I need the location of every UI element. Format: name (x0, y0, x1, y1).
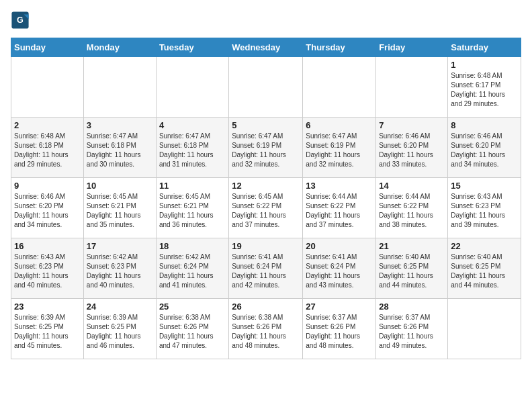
calendar-cell (229, 57, 303, 118)
day-number: 15 (451, 181, 518, 191)
day-info: Sunrise: 6:37 AM Sunset: 6:26 PM Dayligh… (379, 313, 445, 351)
calendar-cell: 13Sunrise: 6:44 AM Sunset: 6:22 PM Dayli… (303, 178, 376, 238)
calendar-cell: 10Sunrise: 6:45 AM Sunset: 6:21 PM Dayli… (83, 178, 156, 238)
day-number: 23 (14, 302, 81, 312)
calendar-week-0: 1Sunrise: 6:48 AM Sunset: 6:17 PM Daylig… (11, 57, 521, 118)
calendar-cell: 22Sunrise: 6:40 AM Sunset: 6:25 PM Dayli… (448, 238, 521, 299)
day-number: 18 (159, 241, 226, 251)
day-number: 26 (232, 302, 300, 312)
logo-icon: G (11, 11, 30, 30)
day-info: Sunrise: 6:38 AM Sunset: 6:26 PM Dayligh… (232, 313, 300, 351)
day-number: 8 (451, 120, 518, 130)
header-thursday: Thursday (303, 38, 376, 57)
day-number: 14 (379, 181, 445, 191)
calendar-cell: 5Sunrise: 6:47 AM Sunset: 6:19 PM Daylig… (229, 118, 303, 178)
day-number: 5 (232, 120, 300, 130)
day-number: 25 (159, 302, 226, 312)
day-info: Sunrise: 6:45 AM Sunset: 6:22 PM Dayligh… (232, 192, 300, 230)
calendar-cell: 21Sunrise: 6:40 AM Sunset: 6:25 PM Dayli… (376, 238, 448, 299)
header-wednesday: Wednesday (229, 38, 303, 57)
header-sunday: Sunday (11, 38, 84, 57)
day-number: 3 (87, 120, 153, 130)
calendar-cell: 3Sunrise: 6:47 AM Sunset: 6:18 PM Daylig… (83, 118, 156, 178)
calendar-cell (11, 57, 84, 118)
calendar-week-3: 16Sunrise: 6:43 AM Sunset: 6:23 PM Dayli… (11, 238, 521, 299)
calendar-cell: 28Sunrise: 6:37 AM Sunset: 6:26 PM Dayli… (376, 299, 448, 359)
day-number: 28 (379, 302, 445, 312)
day-number: 2 (14, 120, 81, 130)
day-info: Sunrise: 6:44 AM Sunset: 6:22 PM Dayligh… (379, 192, 445, 230)
day-number: 10 (87, 181, 153, 191)
day-info: Sunrise: 6:44 AM Sunset: 6:22 PM Dayligh… (306, 192, 373, 230)
day-number: 21 (379, 241, 445, 251)
day-info: Sunrise: 6:48 AM Sunset: 6:17 PM Dayligh… (451, 71, 518, 109)
calendar-cell: 26Sunrise: 6:38 AM Sunset: 6:26 PM Dayli… (229, 299, 303, 359)
calendar-cell: 7Sunrise: 6:46 AM Sunset: 6:20 PM Daylig… (376, 118, 448, 178)
day-number: 7 (379, 120, 445, 130)
day-info: Sunrise: 6:43 AM Sunset: 6:23 PM Dayligh… (451, 192, 518, 230)
calendar-cell: 8Sunrise: 6:46 AM Sunset: 6:20 PM Daylig… (448, 118, 521, 178)
calendar-cell: 15Sunrise: 6:43 AM Sunset: 6:23 PM Dayli… (448, 178, 521, 238)
day-number: 12 (232, 181, 300, 191)
svg-text:G: G (17, 15, 24, 25)
day-info: Sunrise: 6:47 AM Sunset: 6:18 PM Dayligh… (87, 132, 153, 169)
calendar-cell: 12Sunrise: 6:45 AM Sunset: 6:22 PM Dayli… (229, 178, 303, 238)
day-number: 16 (14, 241, 81, 251)
calendar: SundayMondayTuesdayWednesdayThursdayFrid… (11, 38, 521, 359)
calendar-body: 1Sunrise: 6:48 AM Sunset: 6:17 PM Daylig… (11, 57, 521, 359)
calendar-cell: 9Sunrise: 6:46 AM Sunset: 6:20 PM Daylig… (11, 178, 84, 238)
calendar-cell: 17Sunrise: 6:42 AM Sunset: 6:23 PM Dayli… (83, 238, 156, 299)
calendar-cell: 2Sunrise: 6:48 AM Sunset: 6:18 PM Daylig… (11, 118, 84, 178)
header: G (11, 11, 521, 30)
day-info: Sunrise: 6:45 AM Sunset: 6:21 PM Dayligh… (159, 192, 226, 230)
calendar-cell: 24Sunrise: 6:39 AM Sunset: 6:25 PM Dayli… (83, 299, 156, 359)
day-info: Sunrise: 6:47 AM Sunset: 6:19 PM Dayligh… (232, 132, 300, 169)
day-info: Sunrise: 6:40 AM Sunset: 6:25 PM Dayligh… (451, 253, 518, 290)
day-info: Sunrise: 6:39 AM Sunset: 6:25 PM Dayligh… (14, 313, 81, 351)
day-number: 20 (306, 241, 373, 251)
header-monday: Monday (83, 38, 156, 57)
calendar-cell: 4Sunrise: 6:47 AM Sunset: 6:18 PM Daylig… (156, 118, 228, 178)
calendar-cell: 16Sunrise: 6:43 AM Sunset: 6:23 PM Dayli… (11, 238, 84, 299)
day-number: 17 (87, 241, 153, 251)
calendar-cell: 14Sunrise: 6:44 AM Sunset: 6:22 PM Dayli… (376, 178, 448, 238)
calendar-week-1: 2Sunrise: 6:48 AM Sunset: 6:18 PM Daylig… (11, 118, 521, 178)
day-info: Sunrise: 6:46 AM Sunset: 6:20 PM Dayligh… (14, 192, 81, 230)
calendar-cell: 25Sunrise: 6:38 AM Sunset: 6:26 PM Dayli… (156, 299, 228, 359)
day-info: Sunrise: 6:42 AM Sunset: 6:24 PM Dayligh… (159, 253, 226, 290)
header-friday: Friday (376, 38, 448, 57)
calendar-cell: 1Sunrise: 6:48 AM Sunset: 6:17 PM Daylig… (448, 57, 521, 118)
day-number: 11 (159, 181, 226, 191)
day-number: 27 (306, 302, 373, 312)
calendar-cell (303, 57, 376, 118)
calendar-cell: 18Sunrise: 6:42 AM Sunset: 6:24 PM Dayli… (156, 238, 228, 299)
calendar-cell (83, 57, 156, 118)
calendar-cell: 19Sunrise: 6:41 AM Sunset: 6:24 PM Dayli… (229, 238, 303, 299)
day-info: Sunrise: 6:47 AM Sunset: 6:19 PM Dayligh… (306, 132, 373, 169)
calendar-cell: 27Sunrise: 6:37 AM Sunset: 6:26 PM Dayli… (303, 299, 376, 359)
calendar-week-2: 9Sunrise: 6:46 AM Sunset: 6:20 PM Daylig… (11, 178, 521, 238)
calendar-week-4: 23Sunrise: 6:39 AM Sunset: 6:25 PM Dayli… (11, 299, 521, 359)
day-info: Sunrise: 6:37 AM Sunset: 6:26 PM Dayligh… (306, 313, 373, 351)
day-info: Sunrise: 6:48 AM Sunset: 6:18 PM Dayligh… (14, 132, 81, 169)
day-number: 22 (451, 241, 518, 251)
day-info: Sunrise: 6:43 AM Sunset: 6:23 PM Dayligh… (14, 253, 81, 290)
header-saturday: Saturday (448, 38, 521, 57)
day-number: 4 (159, 120, 226, 130)
day-number: 1 (451, 60, 518, 70)
day-number: 6 (306, 120, 373, 130)
day-number: 13 (306, 181, 373, 191)
logo: G (11, 11, 32, 30)
calendar-cell: 11Sunrise: 6:45 AM Sunset: 6:21 PM Dayli… (156, 178, 228, 238)
calendar-cell (156, 57, 228, 118)
day-info: Sunrise: 6:41 AM Sunset: 6:24 PM Dayligh… (232, 253, 300, 290)
day-info: Sunrise: 6:42 AM Sunset: 6:23 PM Dayligh… (87, 253, 153, 290)
day-number: 9 (14, 181, 81, 191)
day-info: Sunrise: 6:41 AM Sunset: 6:24 PM Dayligh… (306, 253, 373, 290)
header-tuesday: Tuesday (156, 38, 228, 57)
day-info: Sunrise: 6:45 AM Sunset: 6:21 PM Dayligh… (87, 192, 153, 230)
day-number: 24 (87, 302, 153, 312)
day-info: Sunrise: 6:38 AM Sunset: 6:26 PM Dayligh… (159, 313, 226, 351)
calendar-cell: 20Sunrise: 6:41 AM Sunset: 6:24 PM Dayli… (303, 238, 376, 299)
day-info: Sunrise: 6:46 AM Sunset: 6:20 PM Dayligh… (451, 132, 518, 169)
